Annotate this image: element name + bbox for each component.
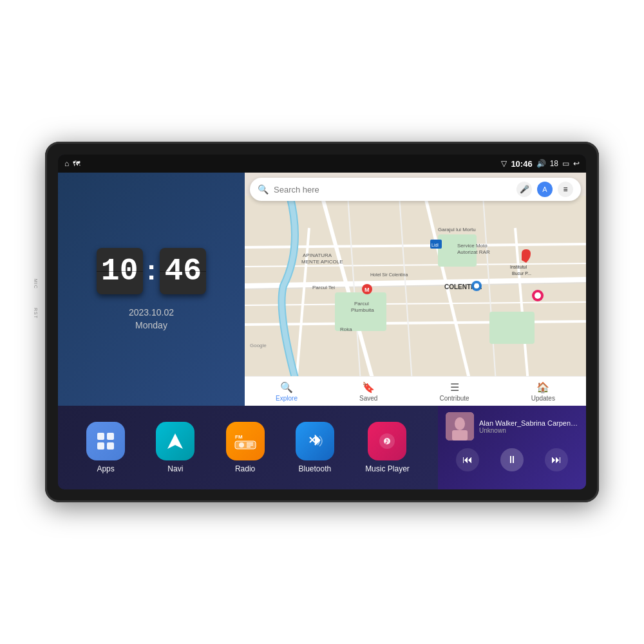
svg-text:FM: FM [235, 434, 243, 440]
car-display-unit: MIC RST ⌂ 🗺 ▽ 10:46 🔊 18 ▭ ↩ [45, 142, 599, 502]
date-info: 2023.10.02 Monday [129, 307, 174, 330]
status-time: 10:46 [511, 159, 532, 169]
back-icon[interactable]: ↩ [573, 159, 580, 168]
status-right: ▽ 10:46 🔊 18 ▭ ↩ [501, 159, 580, 169]
radio-icon-item[interactable]: FM Radio [226, 422, 265, 473]
home-icon[interactable]: ⌂ [64, 159, 69, 168]
app-icons-area: Apps Navi FM [58, 406, 438, 489]
music-player-icon-bg: ♪ [368, 422, 406, 460]
svg-text:Roka: Roka [340, 327, 352, 332]
svg-rect-40 [107, 433, 114, 440]
wifi-icon: ▽ [501, 159, 507, 168]
map-tab-explore[interactable]: 🔍 Explore [276, 381, 298, 402]
svg-point-35 [474, 283, 479, 289]
maps-app-icon[interactable]: 🗺 [73, 160, 80, 167]
clock-widget: 10 : 46 2023.10.02 Monday [58, 173, 245, 406]
navi-icon-item[interactable]: Navi [156, 422, 194, 473]
screen-icon: ▭ [562, 159, 569, 168]
music-controls: ⏮ ⏸ ⏭ [446, 448, 578, 471]
screen: ⌂ 🗺 ▽ 10:46 🔊 18 ▭ ↩ 10 : [58, 155, 586, 489]
search-icons: 🎤 A ≡ [516, 182, 573, 197]
svg-rect-42 [107, 442, 114, 450]
minute-digits: 46 [160, 248, 206, 294]
svg-text:M: M [365, 287, 370, 293]
svg-point-54 [455, 417, 465, 430]
hour-digits: 10 [97, 248, 143, 294]
bottom-section: Apps Navi FM [58, 406, 586, 489]
svg-text:Garajul lui Mortu: Garajul lui Mortu [438, 227, 476, 232]
bluetooth-icon-item[interactable]: Bluetooth [296, 422, 334, 473]
top-section: 10 : 46 2023.10.02 Monday [58, 173, 586, 406]
bluetooth-icon-bg [296, 422, 334, 460]
svg-text:Google: Google [250, 343, 267, 348]
svg-text:Lidl: Lidl [431, 243, 439, 247]
mic-search-icon[interactable]: 🎤 [516, 182, 532, 197]
apps-icon-item[interactable]: Apps [86, 422, 125, 473]
music-info: Alan Walker_Sabrina Carpenter_F... Unkno… [479, 419, 578, 434]
map-tab-saved[interactable]: 🔖 Saved [359, 381, 377, 402]
music-title: Alan Walker_Sabrina Carpenter_F... [479, 419, 578, 427]
search-placeholder: Search here [274, 185, 511, 194]
day-text: Monday [129, 320, 174, 330]
volume-icon: 🔊 [536, 159, 546, 168]
status-bar: ⌂ 🗺 ▽ 10:46 🔊 18 ▭ ↩ [58, 155, 586, 173]
music-player-label: Music Player [365, 464, 410, 473]
map-tab-updates[interactable]: 🏠 Updates [531, 381, 555, 402]
radio-icon-bg: FM [226, 422, 265, 460]
svg-text:♪: ♪ [384, 435, 389, 446]
play-pause-button[interactable]: ⏸ [500, 448, 524, 471]
svg-text:Hotel Sir Colentina: Hotel Sir Colentina [370, 272, 408, 277]
music-artist: Unknown [479, 427, 578, 434]
prev-button[interactable]: ⏮ [456, 448, 479, 471]
svg-text:Institutul: Institutul [510, 265, 527, 269]
map-bottom-bar: 🔍 Explore 🔖 Saved ☰ Contribute 🏠 [245, 376, 586, 406]
bluetooth-label: Bluetooth [299, 464, 332, 473]
music-player-icon-item[interactable]: ♪ Music Player [365, 422, 410, 473]
svg-text:Parcul Tei: Parcul Tei [312, 285, 335, 290]
flip-clock: 10 : 46 [97, 248, 207, 294]
account-icon[interactable]: A [537, 182, 553, 197]
svg-rect-55 [452, 430, 468, 440]
svg-rect-41 [97, 442, 104, 450]
battery-level: 18 [550, 159, 558, 168]
status-left: ⌂ 🗺 [64, 159, 80, 168]
date-text: 2023.10.02 [129, 307, 174, 317]
svg-text:Service Moto: Service Moto [457, 243, 488, 249]
navi-label: Navi [167, 464, 183, 473]
album-art [446, 412, 474, 440]
svg-text:Autorizat RAR: Autorizat RAR [457, 249, 490, 255]
map-tab-contribute[interactable]: ☰ Contribute [439, 381, 469, 402]
svg-point-46 [239, 442, 244, 448]
svg-text:MENTE APICOLE: MENTE APICOLE [301, 259, 343, 265]
svg-rect-16 [489, 312, 535, 344]
map-widget[interactable]: APINATURA MENTE APICOLE Garajul lui Mort… [245, 173, 586, 406]
svg-marker-43 [167, 433, 183, 449]
map-search-bar[interactable]: 🔍 Search here 🎤 A ≡ [250, 178, 581, 201]
more-icon[interactable]: ≡ [558, 182, 573, 197]
apps-icon-bg [86, 422, 125, 460]
music-header: Alan Walker_Sabrina Carpenter_F... Unkno… [446, 412, 578, 440]
time-separator: : [147, 256, 156, 284]
apps-label: Apps [97, 464, 114, 473]
svg-text:Plumbuita: Plumbuita [351, 307, 374, 313]
next-button[interactable]: ⏭ [545, 448, 568, 471]
navi-icon-bg [156, 422, 194, 460]
radio-label: Radio [235, 464, 255, 473]
main-area: 10 : 46 2023.10.02 Monday [58, 173, 586, 489]
svg-text:Bucur P...: Bucur P... [512, 271, 531, 276]
music-widget: Alan Walker_Sabrina Carpenter_F... Unkno… [438, 406, 586, 489]
svg-text:APINATURA: APINATURA [303, 252, 332, 258]
svg-text:Parcul: Parcul [354, 301, 369, 307]
rst-label: RST [33, 308, 38, 319]
svg-point-33 [535, 292, 541, 299]
mic-label: MIC [33, 279, 38, 289]
svg-rect-39 [97, 433, 104, 440]
